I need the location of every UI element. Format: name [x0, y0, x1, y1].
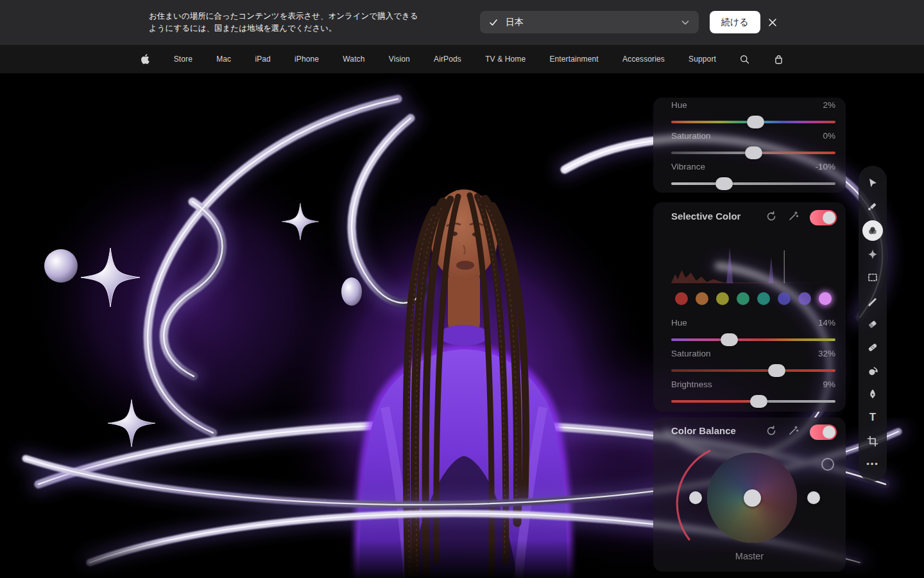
tool-rail: T •••	[859, 166, 887, 482]
wheel-knob-left[interactable]	[689, 491, 702, 504]
nav-item-accessories[interactable]: Accessories	[622, 55, 665, 64]
swatch-orange[interactable]	[696, 292, 708, 305]
apple-logo-icon	[140, 53, 150, 65]
wand-icon[interactable]	[787, 425, 800, 437]
reset-icon[interactable]	[765, 425, 778, 437]
tool-heal[interactable]	[863, 338, 882, 357]
adjust-icon	[866, 224, 879, 237]
close-icon	[767, 17, 778, 28]
bag-icon	[774, 55, 783, 64]
region-select-dropdown[interactable]: 日本	[480, 11, 699, 33]
tool-text[interactable]: T	[863, 408, 882, 427]
nav-item-support[interactable]: Support	[689, 55, 716, 64]
sc-hue-value: 14%	[818, 318, 835, 328]
color-balance-toggle[interactable]	[810, 425, 837, 440]
text-tool-icon: T	[869, 411, 876, 424]
nav-item-iphone[interactable]: iPhone	[295, 55, 319, 64]
vibrance-slider-knob[interactable]	[715, 177, 733, 190]
tool-brush[interactable]	[863, 292, 882, 311]
locale-message-line2: ようにするには、国または地域を選んでください。	[149, 22, 418, 35]
nav-item-airpods[interactable]: AirPods	[434, 55, 461, 64]
nav-item-vision[interactable]: Vision	[389, 55, 410, 64]
tool-adjust-selected[interactable]	[862, 220, 883, 241]
pen-icon	[866, 388, 879, 401]
histogram	[671, 231, 832, 283]
vibrance-label: Vibrance	[671, 162, 705, 171]
hue-arc	[671, 443, 748, 552]
color-balance-title: Color Balance	[671, 425, 736, 436]
tool-pointer[interactable]	[863, 173, 882, 193]
nav-bag-button[interactable]	[774, 45, 784, 73]
global-nav: Store Mac iPad iPhone Watch Vision AirPo…	[0, 45, 924, 73]
swatch-purple[interactable]	[798, 292, 811, 305]
locale-message-line1: お住まいの場所に合ったコンテンツを表示させ、オンラインで購入できる	[149, 10, 418, 22]
tool-color[interactable]	[863, 197, 882, 216]
tool-clone[interactable]	[863, 362, 882, 381]
wheel-knob-center[interactable]	[744, 489, 761, 507]
saturation-slider[interactable]	[671, 152, 835, 154]
sc-saturation-label: Saturation	[671, 349, 711, 358]
reset-icon[interactable]	[765, 210, 778, 223]
sc-saturation-slider-knob[interactable]	[768, 364, 785, 377]
marquee-icon	[866, 271, 879, 284]
vibrance-value: -10%	[815, 162, 835, 171]
sc-saturation-value: 32%	[818, 349, 835, 358]
hue-slider[interactable]	[671, 121, 835, 123]
tool-repair[interactable]	[863, 245, 882, 264]
eraser-icon	[866, 318, 879, 331]
sc-brightness-slider-knob[interactable]	[750, 395, 767, 408]
region-selected-label: 日本	[506, 17, 681, 28]
nav-item-tv-home[interactable]: TV & Home	[485, 55, 526, 64]
check-icon	[489, 18, 498, 27]
swatch-blue[interactable]	[778, 292, 791, 305]
tool-crop[interactable]	[863, 432, 882, 451]
swatch-yellow[interactable]	[716, 292, 729, 305]
locale-message: お住まいの場所に合ったコンテンツを表示させ、オンラインで購入できる ようにするに…	[149, 10, 418, 35]
tool-pen[interactable]	[863, 385, 882, 404]
wheel-knob-right[interactable]	[807, 491, 820, 504]
wheel-reset-button[interactable]	[821, 458, 834, 471]
hue-label: Hue	[671, 100, 687, 110]
color-tool-icon	[866, 200, 879, 213]
swatch-teal[interactable]	[757, 292, 770, 305]
tool-select[interactable]	[863, 268, 882, 287]
tool-eraser[interactable]	[863, 315, 882, 334]
vibrance-slider[interactable]	[671, 182, 835, 185]
banner-close-button[interactable]	[765, 15, 780, 30]
bandage-icon	[866, 341, 879, 354]
hue-value: 2%	[823, 100, 835, 110]
tool-more[interactable]: •••	[863, 455, 882, 474]
clone-stamp-icon	[866, 365, 879, 378]
hue-slider-knob[interactable]	[747, 116, 764, 128]
sc-saturation-slider[interactable]	[671, 369, 835, 372]
wand-icon[interactable]	[787, 210, 800, 223]
color-balance-toggle-knob	[823, 426, 835, 439]
nav-item-entertainment[interactable]: Entertainment	[549, 55, 598, 64]
nav-search-button[interactable]	[740, 45, 750, 73]
selective-color-panel: Selective Color	[653, 202, 846, 412]
sc-brightness-slider[interactable]	[671, 400, 835, 403]
selective-color-toggle[interactable]	[810, 210, 837, 225]
nav-item-store[interactable]: Store	[174, 55, 193, 64]
nav-item-mac[interactable]: Mac	[216, 55, 231, 64]
brush-icon	[866, 295, 879, 308]
more-icon: •••	[866, 459, 879, 469]
continue-button[interactable]: 続ける	[710, 11, 760, 33]
nav-item-ipad[interactable]: iPad	[255, 55, 271, 64]
crop-icon	[866, 435, 879, 448]
swatch-red[interactable]	[675, 292, 688, 305]
color-swatch-row	[675, 292, 832, 305]
nav-apple-logo[interactable]	[140, 45, 150, 73]
selective-color-title: Selective Color	[671, 211, 740, 222]
sc-hue-slider[interactable]	[671, 338, 835, 341]
hero-section: Hue 2% Saturation 0% Vibrance -10%	[0, 73, 924, 578]
adjustments-panel-basic: Hue 2% Saturation 0% Vibrance -10%	[653, 98, 846, 193]
apple-homepage: お住まいの場所に合ったコンテンツを表示させ、オンラインで購入できる ようにするに…	[0, 0, 924, 578]
saturation-value: 0%	[823, 131, 835, 141]
swatch-magenta-selected[interactable]	[819, 292, 832, 305]
swatch-green[interactable]	[737, 292, 749, 305]
nav-item-watch[interactable]: Watch	[343, 55, 364, 64]
sc-brightness-value: 9%	[823, 380, 835, 389]
sc-hue-slider-knob[interactable]	[721, 333, 738, 346]
saturation-slider-knob[interactable]	[745, 146, 762, 159]
